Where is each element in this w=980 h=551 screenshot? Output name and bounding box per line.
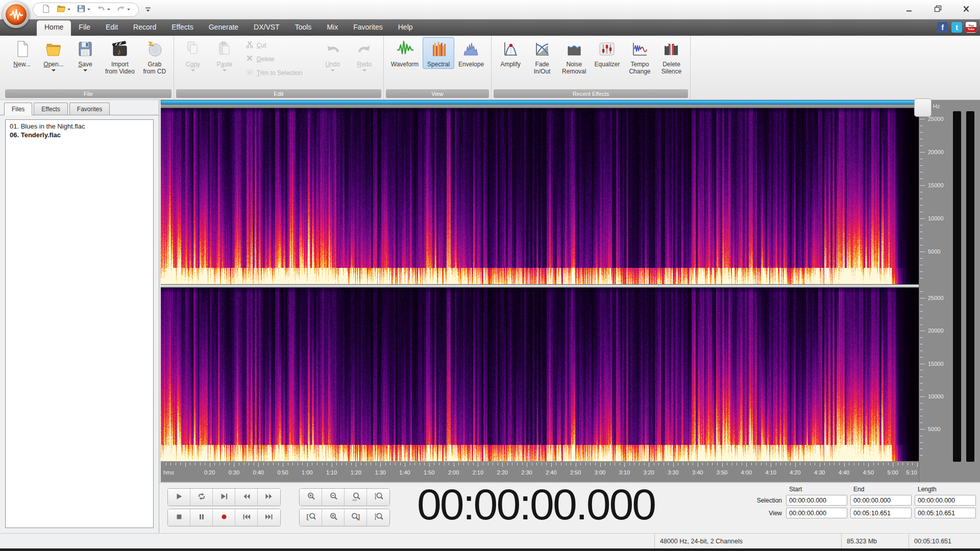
window-close-button[interactable] — [960, 4, 973, 14]
view-end-input[interactable] — [850, 508, 912, 518]
channel-separator[interactable] — [161, 284, 919, 288]
qat-customize-button[interactable] — [144, 6, 152, 13]
ruler-tick — [761, 463, 762, 465]
zoom-100-button[interactable]: 100 — [345, 489, 367, 506]
dropdown-caret-icon[interactable] — [191, 69, 195, 73]
zoom-selection-end-button[interactable]: ] — [345, 509, 367, 526]
social-youtube-icon[interactable]: YouTube — [966, 22, 976, 33]
tab-mix[interactable]: Mix — [319, 19, 346, 36]
transport-stop-button[interactable] — [168, 509, 190, 526]
ribbon-button-trim-to-selection[interactable]: Trim to Selection — [246, 68, 312, 78]
sidebar-tab-effects[interactable]: Effects — [34, 103, 67, 115]
ruler-tick — [634, 463, 634, 465]
transport-record-button[interactable] — [213, 509, 235, 526]
window-minimize-button[interactable] — [902, 4, 916, 14]
ribbon-button-delete[interactable]: Delete — [246, 54, 312, 64]
ribbon-button-noise-removal[interactable]: NoiseRemoval — [558, 37, 590, 76]
dropdown-caret-icon[interactable] — [87, 9, 90, 12]
selection-start-input[interactable] — [786, 495, 847, 506]
dropdown-caret-icon[interactable] — [83, 69, 87, 73]
selection-end-input[interactable] — [850, 495, 912, 506]
tab-record[interactable]: Record — [126, 19, 164, 36]
ribbon-button-new[interactable]: New... — [6, 37, 38, 69]
envelope-icon — [462, 40, 480, 60]
tab-help[interactable]: Help — [390, 19, 421, 36]
ribbon-button-waveform[interactable]: Waveform — [387, 37, 423, 69]
transport-fast-forward-button[interactable] — [258, 489, 280, 506]
zoom-in-button[interactable] — [300, 489, 322, 506]
ribbon-button-cut[interactable]: Cut — [246, 40, 312, 50]
spectrogram-channel-2[interactable] — [161, 288, 919, 461]
zoom-selection-start-button[interactable]: [ — [300, 509, 322, 526]
tab-generate[interactable]: Generate — [201, 19, 246, 36]
ribbon-button-undo[interactable]: Undo — [317, 37, 349, 74]
selection-length-input[interactable] — [915, 495, 976, 506]
ribbon-button-open[interactable]: Open... — [38, 37, 69, 74]
transport-play-button[interactable] — [168, 489, 190, 506]
ribbon-button-paste[interactable]: Paste — [209, 37, 240, 74]
tab-file[interactable]: File — [71, 19, 98, 36]
dropdown-caret-icon[interactable] — [67, 9, 70, 12]
ribbon-button-fade-in-out[interactable]: FadeIn/Out — [526, 37, 558, 76]
zoom-vertical-fit-button[interactable] — [367, 509, 389, 526]
transport-rewind-button[interactable] — [235, 489, 258, 506]
view-length-input[interactable] — [915, 508, 976, 518]
ribbon-button-equalizer[interactable]: Equalizer — [590, 37, 624, 69]
spectrogram-channel-1[interactable] — [161, 108, 919, 284]
transport-go-to-start-button[interactable] — [235, 509, 258, 526]
ribbon-button-delete-silence[interactable]: DeleteSilence — [655, 37, 687, 76]
tab-dx-vst[interactable]: DX/VST — [246, 19, 287, 36]
social-facebook-icon[interactable]: f — [937, 22, 948, 33]
file-item[interactable]: 01. Blues in the Night.flac — [9, 122, 150, 131]
window-maximize-button[interactable] — [931, 4, 944, 14]
qat-redo-button[interactable] — [114, 4, 132, 16]
ribbon-button-copy[interactable]: Copy — [177, 37, 209, 74]
tab-effects[interactable]: Effects — [164, 19, 201, 36]
transport-go-to-end-button[interactable] — [258, 509, 280, 526]
ribbon-button-tempo-change[interactable]: TempoChange — [624, 37, 655, 76]
sidebar-tab-favorites[interactable]: Favorites — [69, 103, 110, 115]
ribbon-button-grab-from-cd[interactable]: Grabfrom CD — [139, 37, 170, 76]
file-list[interactable]: 01. Blues in the Night.flac06. Tenderly.… — [5, 119, 154, 528]
zoom-selection-button[interactable] — [322, 509, 345, 526]
ruler-tick — [917, 463, 918, 467]
ribbon-button-save[interactable]: Save — [69, 37, 101, 74]
ribbon-button-amplify[interactable]: Amplify — [495, 37, 526, 69]
ruler-tick — [629, 463, 630, 465]
position-scrollbar[interactable] — [161, 100, 919, 105]
qat-save-button[interactable] — [75, 4, 92, 16]
dropdown-caret-icon[interactable] — [331, 69, 335, 73]
zoom-vertical-button[interactable] — [367, 489, 389, 506]
tab-edit[interactable]: Edit — [98, 19, 126, 36]
social-twitter-icon[interactable]: t — [951, 22, 962, 33]
transport-play-to-end-button[interactable] — [213, 489, 235, 506]
qat-undo-button[interactable] — [94, 4, 112, 16]
view-start-input[interactable] — [786, 508, 847, 518]
dropdown-caret-icon[interactable] — [127, 9, 130, 12]
tab-favorites[interactable]: Favorites — [346, 19, 390, 36]
app-logo-button[interactable] — [3, 1, 30, 28]
ribbon-button-envelope[interactable]: Envelope — [454, 37, 488, 69]
frequency-tick — [920, 245, 923, 245]
qat-new-button[interactable] — [39, 4, 53, 16]
qat-open-button[interactable] — [55, 4, 72, 16]
zoom-out-button[interactable] — [322, 489, 345, 506]
sidebar-tab-files[interactable]: Files — [4, 103, 32, 115]
file-item[interactable]: 06. Tenderly.flac — [9, 131, 150, 139]
frequency-tick — [920, 205, 923, 206]
transport-loop-button[interactable] — [190, 489, 213, 506]
ruler-tick — [727, 463, 727, 465]
tab-home[interactable]: Home — [37, 20, 71, 36]
scrollbar-corner-button[interactable] — [914, 98, 932, 117]
transport-pause-button[interactable] — [190, 509, 213, 526]
ribbon-button-import-from-video[interactable]: ♪Importfrom Video — [101, 37, 139, 76]
ribbon-button-redo[interactable]: Redo — [349, 37, 380, 74]
ribbon-button-spectral[interactable]: Spectral — [423, 37, 454, 69]
loop-icon — [197, 492, 206, 503]
ruler-time-label: 0:50 — [277, 469, 288, 475]
dropdown-caret-icon[interactable] — [52, 69, 56, 73]
dropdown-caret-icon[interactable] — [362, 69, 366, 73]
tab-tools[interactable]: Tools — [287, 19, 320, 36]
dropdown-caret-icon[interactable] — [223, 69, 227, 73]
dropdown-caret-icon[interactable] — [107, 9, 110, 12]
